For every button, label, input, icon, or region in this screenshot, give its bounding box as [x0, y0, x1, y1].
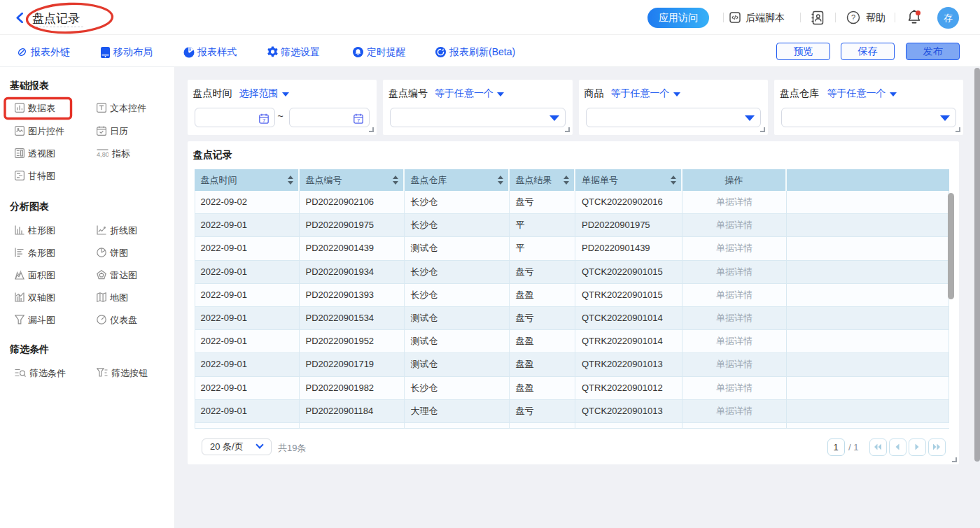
svg-text:7: 7 — [356, 117, 359, 123]
svg-text:4,80: 4,80 — [97, 151, 108, 158]
svg-text:7: 7 — [262, 117, 265, 123]
svg-text:?: ? — [851, 13, 855, 22]
